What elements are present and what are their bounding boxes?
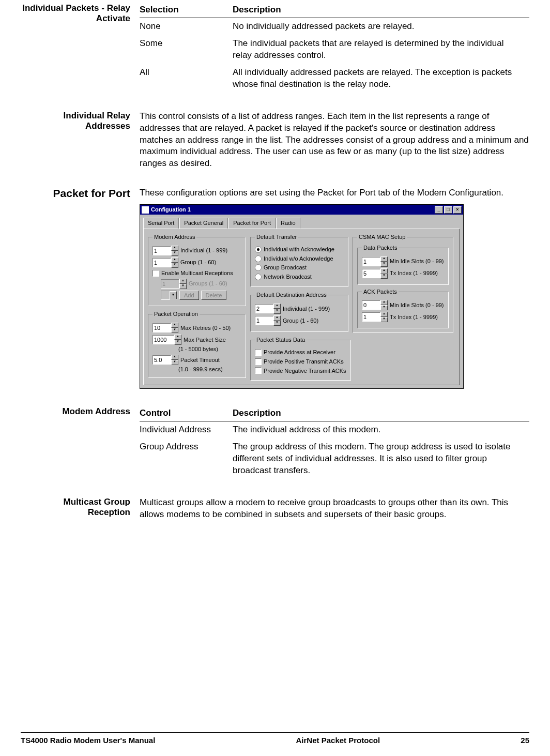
max-packet-size-input[interactable] <box>152 335 174 344</box>
tab-serial-port[interactable]: Serial Port <box>143 218 179 229</box>
delete-button: Delete <box>201 291 227 300</box>
th-description: Description <box>233 3 529 18</box>
multicast-group-input <box>161 279 179 289</box>
tab-packet-for-port[interactable]: Packet for Port <box>228 218 276 229</box>
group-input[interactable] <box>152 258 171 267</box>
section-text: Multicast groups allow a modem to receiv… <box>140 497 529 521</box>
data-min-idle-input[interactable] <box>362 257 380 266</box>
spin-up[interactable]: ▲ <box>171 246 178 251</box>
multicast-checkbox[interactable] <box>152 270 159 277</box>
radio-ind-ack[interactable] <box>255 246 262 253</box>
section-label: Multicast Group Reception <box>21 497 140 518</box>
radio-ind-noack[interactable] <box>255 255 262 262</box>
footer-left: TS4000 Radio Modem User's Manual <box>21 736 155 745</box>
ack-tx-index-input[interactable] <box>362 312 380 322</box>
section-text: This control consists of a list of addre… <box>140 111 529 170</box>
window-titlebar: Configuation 1 _ □ × <box>140 205 463 215</box>
window-title: Configuation 1 <box>151 206 191 214</box>
radio-group-broadcast[interactable] <box>255 264 262 271</box>
ack-packets-group: ACK Packets ▲▼Min Idle Slots (0 - 99) ▲▼… <box>357 288 449 329</box>
close-button[interactable]: × <box>453 206 462 214</box>
config-window: Configuation 1 _ □ × Serial Port Packet … <box>140 204 464 389</box>
data-packets-group: Data Packets ▲▼Min Idle Slots (0 - 99) ▲… <box>357 244 449 285</box>
table-row: Individual AddressThe individual address… <box>140 421 529 439</box>
add-button: Add <box>179 291 199 300</box>
app-icon <box>142 206 149 214</box>
packet-status-group: Packet Status Data Provide Address at Re… <box>250 336 351 381</box>
section-text: These configuration options are set usin… <box>140 187 529 199</box>
tab-packet-general[interactable]: Packet General <box>179 218 228 229</box>
section-heading: Packet for Port <box>21 187 140 200</box>
footer-page: 25 <box>521 736 529 745</box>
csma-setup-group: CSMA MAC Setup Data Packets ▲▼Min Idle S… <box>353 233 453 334</box>
positive-ack-checkbox[interactable] <box>255 358 262 365</box>
section-label: Modem Address <box>21 406 140 417</box>
modem-address-table: ControlDescription Individual AddressThe… <box>140 406 529 479</box>
provide-address-checkbox[interactable] <box>255 349 262 356</box>
packet-timeout-input[interactable] <box>152 355 171 365</box>
individual-input[interactable] <box>152 246 171 255</box>
section-label: Individual Packets - Relay Activate <box>21 3 140 24</box>
dest-individual-input[interactable] <box>255 304 273 313</box>
spin-down[interactable]: ▼ <box>171 251 178 256</box>
packet-operation-group: Packet Operation ▲▼Max Retries (0 - 50) … <box>148 310 246 378</box>
minimize-button[interactable]: _ <box>435 206 443 214</box>
table-row: SomeThe individual packets that are rela… <box>140 35 529 64</box>
ack-min-idle-input[interactable] <box>362 300 380 310</box>
relay-activate-table: SelectionDescription NoneNo individually… <box>140 3 529 93</box>
footer-center: AirNet Packet Protocol <box>296 736 380 745</box>
default-transfer-group: Default Transfer Individual with Acknowl… <box>250 233 348 287</box>
negative-ack-checkbox[interactable] <box>255 367 262 374</box>
default-destination-group: Default Destination Address ▲▼Individual… <box>250 291 348 332</box>
dest-group-input[interactable] <box>255 316 273 325</box>
multicast-select: ▼ <box>161 291 177 300</box>
max-retries-input[interactable] <box>152 323 171 332</box>
table-row: Group AddressThe group address of this m… <box>140 439 529 479</box>
th-control: Control <box>140 406 233 421</box>
radio-network-broadcast[interactable] <box>255 274 262 280</box>
tab-radio[interactable]: Radio <box>276 218 300 229</box>
section-label: Individual Relay Addresses <box>21 111 140 131</box>
modem-address-group: Modem Address ▲▼Individual (1 - 999) ▲▼G… <box>148 233 246 307</box>
table-row: AllAll individually addressed packets ar… <box>140 64 529 93</box>
table-row: NoneNo individually addressed packets ar… <box>140 18 529 35</box>
maximize-button[interactable]: □ <box>444 206 452 214</box>
data-tx-index-input[interactable] <box>362 269 380 278</box>
th-description: Description <box>233 406 529 421</box>
th-selection: Selection <box>140 3 233 18</box>
